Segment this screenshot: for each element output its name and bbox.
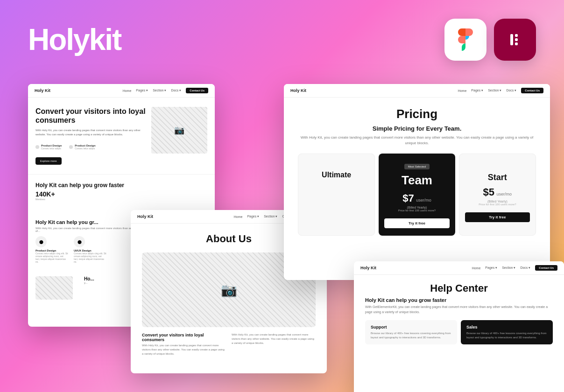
icon-circle-1: ⬤ <box>35 236 47 247</box>
team-plan-name: Team <box>384 173 449 188</box>
pricing-subtitle: Simple Pricing for Every Team. <box>298 125 536 132</box>
mockup4-pages: Pages ▾ <box>485 266 497 270</box>
product-2-sub: Consec tetur adipis <box>75 147 95 150</box>
mockup4-nav-logo: Holy Kit <box>360 266 376 270</box>
thumb-title: Ho... <box>84 276 94 281</box>
icon-item-2: ⬤ UI/UX Design Consec tetur adipis cing … <box>74 236 106 263</box>
mockup1-nav-logo: Holy Kit <box>35 88 50 93</box>
mockup1-nav-home: Home <box>123 89 132 92</box>
mockup1-nav: Holy Kit Home Pages ▾ Section ▾ Docs ▾ C… <box>28 84 215 98</box>
logo: Holykit <box>28 22 121 57</box>
help-card-support: Support Browse our library of 400+ free … <box>365 320 457 344</box>
most-selected-badge: Most Selected <box>404 164 430 169</box>
start-cta-button[interactable]: Try it free <box>465 212 530 222</box>
icon-sub-1: Consec tetur adipis cing elit. Sit ornar… <box>35 252 68 263</box>
most-selected-wrapper: Most Selected <box>384 161 449 173</box>
team-price-wrapper: $7 user/mo <box>384 192 449 204</box>
camera-icon-hero: 📷 <box>174 125 184 135</box>
mockup2-columns: Convert your visitors into loyal consume… <box>142 333 316 356</box>
figma-icon-container <box>444 19 486 61</box>
pricing-desc: With Holy Kit, you can create landing pa… <box>298 135 536 146</box>
icon-sub-2: Consec tetur adipis cing elit. Sit ornar… <box>74 252 106 263</box>
explore-button[interactable]: Explore more <box>35 157 62 165</box>
mockup2-section: Section ▾ <box>264 215 277 218</box>
mockup2-col1: Convert your visitors into loyal consume… <box>142 333 226 356</box>
mockup2-home: Home <box>234 215 243 218</box>
mockup1-hero-row: Convert your visitors into loyal consume… <box>35 107 207 165</box>
product-1-info: Product Design Consec tetur adipis <box>41 144 62 150</box>
mockup1-sec2-title: Holy Kit can help you grow faster <box>35 182 207 189</box>
mockup4-docs: Docs ▾ <box>520 266 530 270</box>
mockup1-body: With Holy Kit, you can create landing pa… <box>35 128 146 137</box>
icon-circle-2: ⬤ <box>74 236 85 247</box>
mockup4-content: Help Center Holy Kit can help you grow f… <box>354 275 564 352</box>
mockup1-hero-content: Convert your visitors into loyal consume… <box>28 98 215 174</box>
svg-rect-3 <box>515 42 518 45</box>
help-card-sales: Sales Browse our library of 400+ free le… <box>461 320 553 344</box>
mockup4-nav-links: Home Pages ▾ Section ▾ Docs ▾ Contact Us <box>472 265 557 271</box>
mockup4-section: Section ▾ <box>502 266 515 270</box>
mockup2-col2: With Holy Kit, you can create landing pa… <box>232 333 316 356</box>
svg-rect-2 <box>515 38 518 41</box>
product-dot-1 <box>35 145 39 149</box>
mockup-pricing: Holy Kit Home Pages ▾ Section ▾ Docs ▾ C… <box>284 84 550 280</box>
mockup1-stats: 140K+ Members <box>35 190 207 201</box>
mockup2-col1-title: Convert your visitors into loyal consume… <box>142 333 226 342</box>
product-1-sub: Consec tetur adipis <box>41 147 62 150</box>
mock1-product-2: Product Design Consec tetur adipis <box>69 144 95 150</box>
mockup3-home: Home <box>458 89 467 92</box>
product-dot-2 <box>69 145 73 149</box>
mock1-product-1: Product Design Consec tetur adipis <box>35 144 62 150</box>
mockup4-nav: Holy Kit Home Pages ▾ Section ▾ Docs ▾ C… <box>354 261 564 275</box>
elementor-logo-svg <box>503 28 527 52</box>
thumb-text-block: Ho... y... <box>77 276 102 300</box>
help-cards: Support Browse our library of 400+ free … <box>365 320 553 344</box>
support-title: Support <box>371 325 451 329</box>
team-billing: (Billed Yearly) <box>384 206 449 209</box>
sales-title: Sales <box>466 325 547 329</box>
mockup3-content: Pricing Simple Pricing for Every Team. W… <box>284 98 550 245</box>
mockup1-section2: Holy Kit can help you grow faster 140K+ … <box>28 174 215 212</box>
team-price: $7 <box>402 192 414 204</box>
mockup1-hero-text: Convert your visitors into loyal consume… <box>35 107 146 165</box>
mockup1-headline: Convert your visitors into loyal consume… <box>35 107 146 125</box>
mockup4-home: Home <box>472 266 481 270</box>
mockup3-nav: Holy Kit Home Pages ▾ Section ▾ Docs ▾ C… <box>284 84 550 98</box>
mockup1-nav-links: Home Pages ▾ Section ▾ Docs ▾ Contact Us <box>123 88 208 93</box>
pricing-card-team: Most Selected Team $7 user/mo (Billed Ye… <box>379 154 455 236</box>
mockup1-nav-pages: Pages ▾ <box>136 89 148 92</box>
mockup4-cta[interactable]: Contact Us <box>535 265 557 271</box>
stat-members-num: 140K+ <box>35 190 55 198</box>
mockup1-products: Product Design Consec tetur adipis Produ… <box>35 144 146 150</box>
team-cta-button[interactable]: Try it free <box>384 218 449 228</box>
sales-body: Browse our library of 400+ free lessons … <box>466 331 547 340</box>
mockup2-col2-body: With Holy Kit, you can create landing pa… <box>232 333 316 345</box>
stat-members-label: Members <box>35 198 55 201</box>
support-body: Browse our library of 400+ free lessons … <box>371 331 451 340</box>
mockup3-pages: Pages ▾ <box>471 89 483 92</box>
team-price-unit: user/mo <box>416 198 431 203</box>
mockup2-col1-body: With Holy Kit, you can create landing pa… <box>142 343 226 356</box>
mockup1-nav-cta[interactable]: Contact Us <box>186 88 208 93</box>
svg-rect-1 <box>515 34 518 37</box>
start-plan-name: Start <box>465 173 530 182</box>
mockup-help: Holy Kit Home Pages ▾ Section ▾ Docs ▾ C… <box>354 261 564 392</box>
ultimate-label: Ultimate <box>304 161 369 189</box>
mockup2-pages: Pages ▾ <box>247 215 259 218</box>
elementor-icon-container <box>494 19 536 61</box>
mockup3-cta[interactable]: Contact Us <box>521 88 543 93</box>
svg-rect-0 <box>510 34 513 45</box>
mockup1-nav-docs: Docs ▾ <box>171 89 181 92</box>
mockup2-nav-logo: Holy Kit <box>137 214 153 219</box>
team-users: Price for first 100 users more? <box>384 209 449 212</box>
mockup3-docs: Docs ▾ <box>506 89 516 92</box>
pricing-title: Pricing <box>298 107 536 121</box>
mockup3-nav-logo: Holy Kit <box>290 88 306 93</box>
mockup3-nav-links: Home Pages ▾ Section ▾ Docs ▾ Contact Us <box>458 88 543 93</box>
thumb-sub: y... <box>84 281 94 284</box>
figma-logo-svg <box>454 28 477 51</box>
start-billing: (Billed Yearly) <box>465 200 530 203</box>
pricing-card-start: Start $5 user/mo (Billed Yearly) Price f… <box>459 154 536 236</box>
mockup1-hero-image: 📷 <box>151 107 207 154</box>
mockup1-nav-section: Section ▾ <box>153 89 166 92</box>
